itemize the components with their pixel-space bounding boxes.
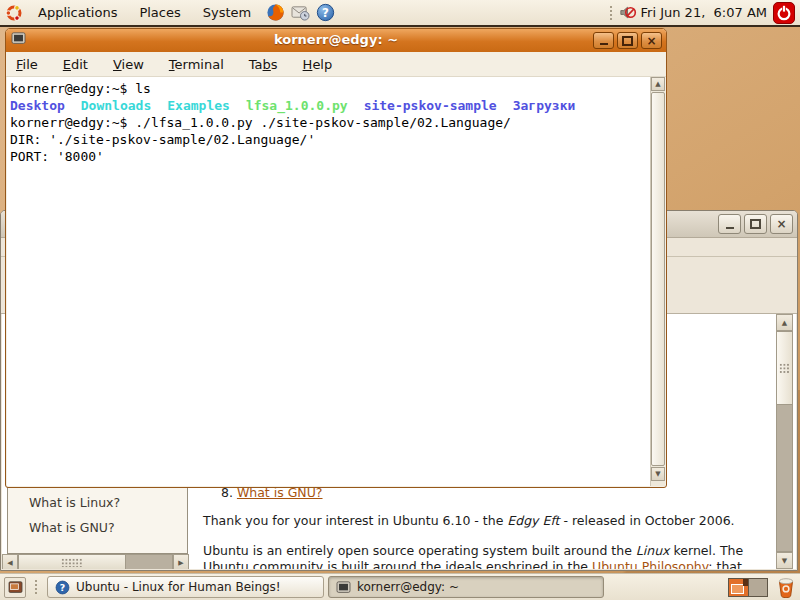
p2b-text-end: : that <box>708 559 742 569</box>
p2b-text: Ubuntu community is built around the ide… <box>203 559 592 569</box>
ls-entry-directory: Desktop <box>10 98 65 113</box>
maximize-icon <box>750 219 761 229</box>
workspace-1[interactable] <box>729 579 748 596</box>
help-icon: ? <box>55 580 70 595</box>
terminal-line-port-output: PORT: '8000' <box>10 148 647 165</box>
terminal-maximize-button[interactable] <box>617 32 638 49</box>
close-icon: × <box>776 218 786 230</box>
taskbar-button-browser[interactable]: ? Ubuntu - Linux for Human Beings! <box>47 576 324 598</box>
bottom-panel: ? Ubuntu - Linux for Human Beings! korne… <box>0 573 800 600</box>
scroll-down-icon: ▼ <box>782 557 787 565</box>
terminal-icon <box>336 581 351 594</box>
taskbar-button-terminal[interactable]: kornerr@edgy: ~ <box>328 576 604 598</box>
menu-file[interactable]: File <box>16 57 38 72</box>
ls-entry-symlink: Examples <box>167 98 230 113</box>
menu-edit[interactable]: Edit <box>63 57 88 72</box>
scroll-up-icon: ▲ <box>655 80 660 88</box>
top-panel: Applications Places System <box>0 0 800 27</box>
scroll-left-button[interactable]: ◀ <box>2 554 18 569</box>
terminal-scroll-thumb[interactable] <box>651 92 665 466</box>
screen: × What is Linux? What is GNU? ◀ ▶ 8. Wha… <box>0 0 800 600</box>
grip-dots-icon <box>61 558 83 567</box>
taskbar-button-label: Ubuntu - Linux for Human Beings! <box>76 580 281 594</box>
close-icon: × <box>646 35 656 47</box>
scroll-up-button[interactable]: ▲ <box>651 77 665 91</box>
terminal-menubar: File Edit View Terminal Tabs Help <box>6 52 666 77</box>
trash-icon[interactable] <box>776 577 796 598</box>
volume-muted-icon[interactable] <box>618 3 637 22</box>
browser-close-button[interactable]: × <box>770 214 793 234</box>
show-desktop-icon <box>8 581 23 594</box>
menu-terminal[interactable]: Terminal <box>169 57 224 72</box>
tasklist-handle[interactable] <box>34 579 39 595</box>
clock[interactable]: Fri Jun 21, 6:07 AM <box>641 5 767 20</box>
p2-text: Ubuntu is an entirely open source operat… <box>203 543 636 558</box>
toc-link-what-is-linux[interactable]: What is Linux? <box>29 495 120 510</box>
p2-text-end: kernel. The <box>670 543 744 558</box>
browser-vertical-scrollbar[interactable]: ▲ ▼ <box>776 314 793 569</box>
svg-text:?: ? <box>322 6 329 20</box>
terminal-line-command: kornerr@edgy:~$ ./lfsa_1.0.0.py ./site-p… <box>10 114 647 131</box>
scroll-down-button[interactable]: ▼ <box>776 552 793 569</box>
terminal-line-prompt-ls: kornerr@edgy:~$ ls <box>10 80 647 97</box>
ubuntu-logo-icon[interactable] <box>5 4 23 22</box>
menu-tabs[interactable]: Tabs <box>249 57 278 72</box>
scroll-right-icon: ▶ <box>178 559 183 567</box>
terminal-line-dir-output: DIR: './site-pskov-sample/02.Language/' <box>10 131 647 148</box>
browser-maximize-button[interactable] <box>744 214 767 234</box>
scroll-down-icon: ▼ <box>655 470 660 478</box>
browser-minimize-button[interactable] <box>718 214 741 234</box>
ls-entry-directory: Загрузки <box>513 98 576 113</box>
ls-entry-directory: site-pskov-sample <box>364 98 497 113</box>
workspace-2[interactable] <box>748 579 768 596</box>
grip-dots-icon <box>779 363 790 374</box>
scroll-left-icon: ◀ <box>7 559 12 567</box>
maximize-icon <box>622 36 633 46</box>
firefox-launcher-icon[interactable] <box>266 3 285 22</box>
menu-applications[interactable]: Applications <box>27 2 128 23</box>
v-scroll-thumb[interactable] <box>776 331 793 405</box>
notification-area-handle[interactable] <box>609 5 614 21</box>
terminal-window[interactable]: kornerr@edgy: ~ × File Edit View Termina… <box>5 28 667 488</box>
terminal-content[interactable]: kornerr@edgy:~$ ls DesktopDownloadsExamp… <box>7 77 665 486</box>
paragraph-1: Thank you for your interest in Ubuntu 6.… <box>203 513 735 528</box>
p2-italic: Linux <box>636 543 670 558</box>
h-scroll-thumb[interactable] <box>18 554 126 569</box>
svg-text:?: ? <box>60 581 65 592</box>
ls-entry-symlink: Downloads <box>81 98 151 113</box>
taskbar-button-label: kornerr@edgy: ~ <box>357 580 459 594</box>
p1-italic: Edgy Eft <box>507 513 559 528</box>
show-desktop-button[interactable] <box>4 577 26 598</box>
toc-horizontal-scrollbar[interactable]: ◀ ▶ <box>2 554 189 569</box>
terminal-minimize-button[interactable] <box>593 32 614 49</box>
scroll-up-icon: ▲ <box>782 319 787 327</box>
ls-entry-executable: lfsa_1.0.0.py <box>246 98 348 113</box>
toc-link-what-is-gnu[interactable]: What is GNU? <box>29 520 115 535</box>
terminal-close-button[interactable]: × <box>641 32 662 49</box>
menu-view[interactable]: View <box>113 57 144 72</box>
quit-power-button[interactable] <box>773 2 795 24</box>
workspace-switcher <box>728 578 768 597</box>
minimize-icon <box>726 227 734 229</box>
scroll-down-button[interactable]: ▼ <box>651 467 665 481</box>
p1-text-end: - released in October 2006. <box>559 513 734 528</box>
paragraph-2-line-2: Ubuntu community is built around the ide… <box>203 559 742 569</box>
scroll-right-button[interactable]: ▶ <box>173 554 189 569</box>
help-launcher-icon[interactable]: ? <box>316 3 335 22</box>
terminal-scrollbar[interactable]: ▲ ▼ <box>650 77 665 486</box>
mail-launcher-icon[interactable] <box>291 4 310 21</box>
p1-text: Thank you for your interest in Ubuntu 6.… <box>203 513 507 528</box>
menu-help[interactable]: Help <box>303 57 333 72</box>
terminal-titlebar[interactable]: kornerr@edgy: ~ × <box>6 29 666 52</box>
ubuntu-philosophy-link[interactable]: Ubuntu Philosophy <box>592 559 708 569</box>
menu-system[interactable]: System <box>192 2 262 23</box>
minimize-icon <box>600 43 608 45</box>
terminal-window-title: kornerr@edgy: ~ <box>6 32 666 47</box>
menu-places[interactable]: Places <box>128 2 191 23</box>
terminal-line-ls-output: DesktopDownloadsExampleslfsa_1.0.0.pysit… <box>10 97 647 114</box>
paragraph-2-line-1: Ubuntu is an entirely open source operat… <box>203 543 743 558</box>
scroll-up-button[interactable]: ▲ <box>776 314 793 331</box>
